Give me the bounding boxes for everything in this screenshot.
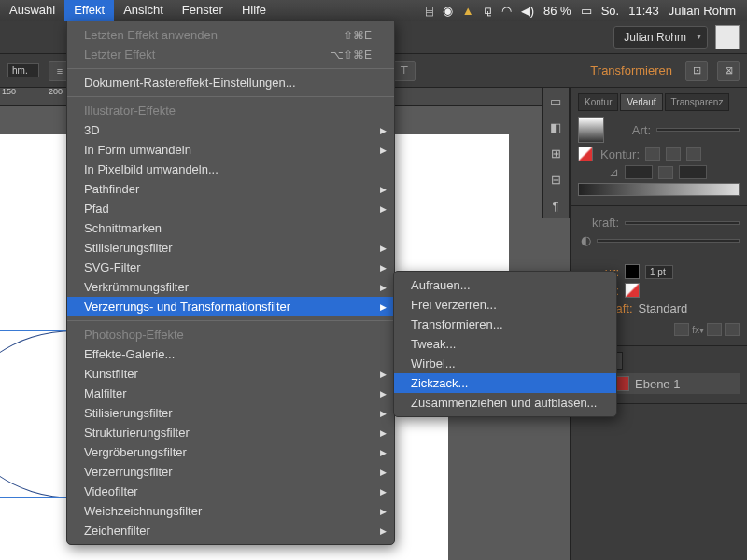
menu-item[interactable]: Schnittmarken <box>67 218 394 238</box>
volume-icon[interactable]: ◀) <box>521 4 534 18</box>
menu-item[interactable]: Wirbel... <box>394 354 616 373</box>
menu-item[interactable]: Verkrümmungsfilter <box>67 277 394 297</box>
transform-link[interactable]: Transformieren <box>586 63 676 77</box>
panel-btn[interactable] <box>707 323 722 336</box>
menu-item[interactable]: Effekte-Galerie... <box>67 344 394 364</box>
menu-header: Photoshop-Effekte <box>67 325 394 344</box>
gradient-swatch[interactable] <box>578 117 604 143</box>
menu-separator <box>67 96 394 97</box>
menu-item[interactable]: In Pixelbild umwandeln... <box>67 160 394 179</box>
align-btn-6[interactable]: ⊤ <box>393 61 416 81</box>
stroke-none-icon[interactable] <box>578 147 593 161</box>
user-dropdown[interactable]: Julian Rohm <box>613 26 708 49</box>
stroke-btn[interactable] <box>686 147 701 161</box>
verzerrung-submenu: Aufrauen...Frei verzerren...Transformier… <box>393 271 617 417</box>
layer-name[interactable]: Ebene 1 <box>635 377 680 391</box>
dropbox-icon[interactable]: ⌸ <box>426 4 433 18</box>
menubar-status: ⌸ ◉ ▲ ⚼ ◠ ◀) 86 % ▭ So. 11:43 Julian Roh… <box>426 3 747 18</box>
effekt-menu: Letzten Effekt anwenden⇧⌘ELetzter Effekt… <box>66 21 395 545</box>
ruler-tick: 200 <box>49 87 63 96</box>
panel-dock: ▭ ◧ ⊞ ⊟ ¶ <box>542 88 570 218</box>
fx-icon[interactable]: fx▾ <box>692 325 704 335</box>
clock-day: So. <box>601 4 620 18</box>
warning-icon[interactable]: ▲ <box>462 4 474 18</box>
menu-item[interactable]: Weichzeichnungsfilter <box>67 501 394 521</box>
transform-icon-2[interactable]: ⊠ <box>717 61 740 81</box>
menu-item[interactable]: Zickzack... <box>394 373 616 393</box>
menu-item[interactable]: Malfilter <box>67 384 394 403</box>
gradient-slider[interactable] <box>578 183 740 196</box>
trash-icon[interactable] <box>725 323 740 336</box>
battery-text: 86 % <box>543 4 571 18</box>
angle-field[interactable] <box>625 165 653 179</box>
menu-item[interactable]: Zeichenfilter <box>67 521 394 540</box>
gradient-panel: Kontur Verlauf Transparenz Art: Kontur: … <box>571 88 747 206</box>
menu-item: Letzter Effekt⌥⇧⌘E <box>67 45 394 64</box>
label: kraft: <box>578 216 619 230</box>
menu-item[interactable]: Stilisierungsfilter <box>67 238 394 258</box>
dock-icon[interactable]: ⊞ <box>543 140 569 166</box>
battery-icon[interactable]: ▭ <box>581 4 592 18</box>
dock-icon[interactable]: ▭ <box>543 88 569 114</box>
menu-item[interactable]: Vergröberungsfilter <box>67 442 394 462</box>
label: Kontur: <box>599 147 640 161</box>
dock-icon[interactable]: ◧ <box>543 114 569 140</box>
menu-item[interactable]: SVG-Filter <box>67 258 394 277</box>
wifi-icon[interactable]: ◠ <box>501 4 512 18</box>
tab-kontur[interactable]: Kontur <box>578 93 618 111</box>
menu-item[interactable]: Dokument-Rastereffekt-Einstellungen... <box>67 73 394 92</box>
stroke-weight[interactable]: 1 pt <box>645 265 673 279</box>
menu-item[interactable]: Stilisierungsfilter <box>67 403 394 423</box>
tab-transparenz[interactable]: Transparenz <box>665 93 730 111</box>
menubar-item-fenster[interactable]: Fenster <box>173 0 233 21</box>
menu-item[interactable]: Frei verzerren... <box>394 295 616 315</box>
document-tab[interactable]: hm. <box>7 63 39 77</box>
gradient-type-field[interactable] <box>656 128 740 132</box>
fill-swatch[interactable] <box>625 264 640 279</box>
user-name[interactable]: Julian Rohm <box>669 4 736 18</box>
menu-item[interactable]: Tweak... <box>394 334 616 354</box>
fill-none-icon[interactable] <box>625 283 640 298</box>
menu-item[interactable]: Aufrauen... <box>394 275 616 295</box>
angle-field-2[interactable] <box>597 239 740 243</box>
menu-item[interactable]: Videofilter <box>67 482 394 501</box>
bluetooth-icon[interactable]: ⚼ <box>484 3 492 18</box>
stroke-btn[interactable] <box>645 147 660 161</box>
cloud-sync-button[interactable] <box>715 25 740 49</box>
menu-item[interactable]: Verzerrungs- und Transformationsfilter <box>67 297 394 316</box>
menu-item[interactable]: In Form umwandeln <box>67 140 394 160</box>
menu-item[interactable]: Transformieren... <box>394 315 616 334</box>
dock-icon[interactable]: ⊟ <box>543 166 569 192</box>
opacity-field[interactable] <box>625 221 740 225</box>
label: Art: <box>610 123 651 137</box>
menu-item[interactable]: Zusammenziehen und aufblasen... <box>394 393 616 413</box>
menu-separator <box>67 68 394 69</box>
opacity-value[interactable]: Standard <box>639 301 688 315</box>
menu-item[interactable]: Kunstfilter <box>67 364 394 384</box>
menubar-item-hilfe[interactable]: Hilfe <box>233 0 275 21</box>
menu-header: Illustrator-Effekte <box>67 101 394 120</box>
menu-separator <box>67 320 394 321</box>
menu-item: Letzten Effekt anwenden⇧⌘E <box>67 25 394 45</box>
stroke-btn[interactable] <box>666 147 681 161</box>
system-menubar: AuswahlEffektAnsichtFensterHilfe ⌸ ◉ ▲ ⚼… <box>0 0 747 21</box>
panel-btn[interactable] <box>674 323 689 336</box>
tab-verlauf[interactable]: Verlauf <box>620 93 662 111</box>
aspect-btn[interactable] <box>658 166 673 179</box>
clock-time: 11:43 <box>628 4 659 18</box>
menu-item[interactable]: Pathfinder <box>67 179 394 199</box>
notification-icon[interactable]: ◉ <box>443 4 453 18</box>
menubar-item-auswahl[interactable]: Auswahl <box>0 0 64 21</box>
ruler-tick: 150 <box>2 87 16 96</box>
dock-icon[interactable]: ¶ <box>543 192 569 218</box>
transform-icon-1[interactable]: ⊡ <box>685 61 708 81</box>
menu-item[interactable]: Verzerrungsfilter <box>67 462 394 482</box>
menu-item[interactable]: 3D <box>67 120 394 140</box>
menu-item[interactable]: Strukturierungsfilter <box>67 423 394 442</box>
menubar-item-ansicht[interactable]: Ansicht <box>114 0 173 21</box>
menu-item[interactable]: Pfad <box>67 199 394 218</box>
ratio-field[interactable] <box>679 165 707 179</box>
menubar-item-effekt[interactable]: Effekt <box>64 0 114 21</box>
